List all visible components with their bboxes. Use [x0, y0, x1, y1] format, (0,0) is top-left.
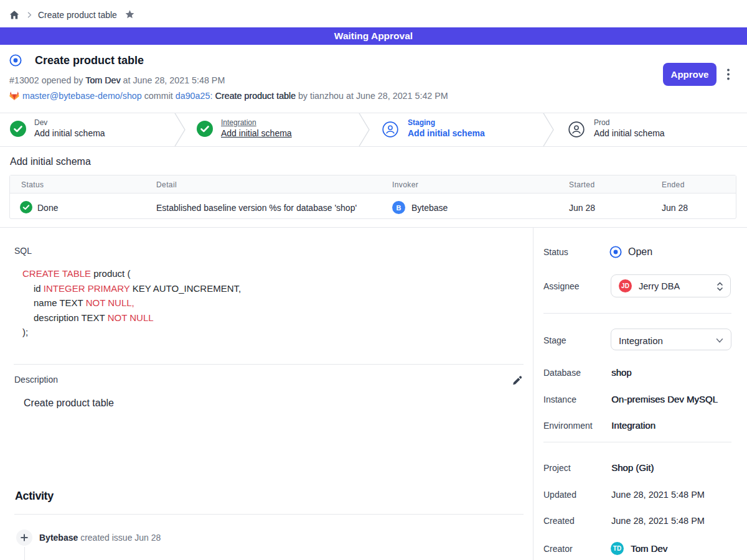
svg-text:B: B [397, 204, 402, 212]
